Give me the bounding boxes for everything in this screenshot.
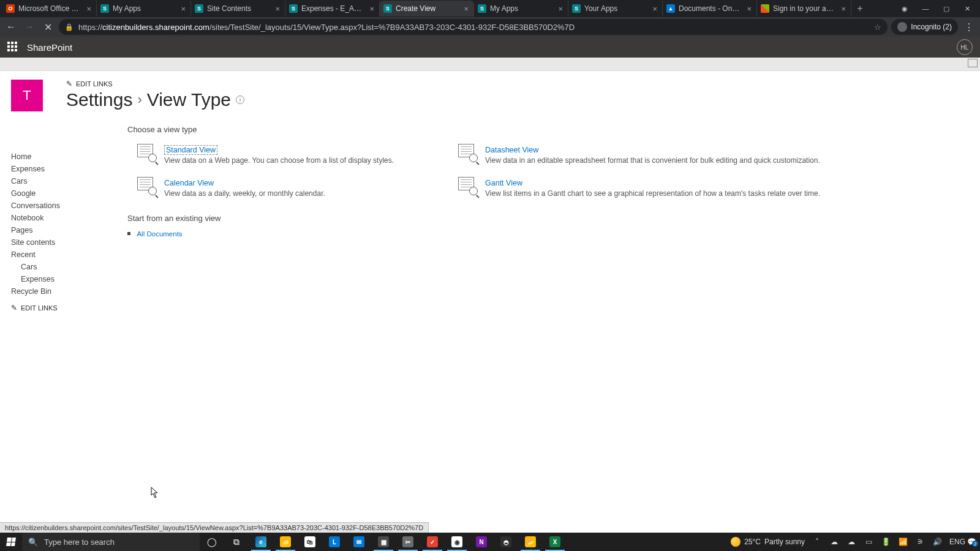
tray-action-center-icon[interactable]: 💬: [967, 538, 976, 546]
tray-meet-now-icon[interactable]: ▭: [864, 538, 873, 546]
tab-onedrive[interactable]: ▲ Documents - OneDriv ×: [663, 1, 757, 17]
store-taskbar-icon[interactable]: 🛍: [298, 533, 322, 551]
stop-reload-button[interactable]: ✕: [40, 20, 55, 34]
explorer-folder-taskbar-icon[interactable]: 📂: [518, 533, 543, 551]
bookmark-star-icon[interactable]: ☆: [874, 23, 881, 32]
calendar-view-link[interactable]: Calendar View: [164, 179, 214, 187]
tray-chevron-up-icon[interactable]: ˄: [812, 538, 822, 546]
gantt-view-link[interactable]: Gantt View: [485, 179, 522, 187]
snip-taskbar-icon[interactable]: ✂: [396, 533, 420, 551]
close-icon[interactable]: ×: [651, 4, 658, 13]
start-button[interactable]: [0, 533, 22, 551]
app-launcher-icon[interactable]: [7, 42, 18, 53]
browser-menu-button[interactable]: ⋮: [962, 21, 976, 33]
tab-site-contents[interactable]: S Site Contents ×: [191, 1, 285, 17]
edit-links-top[interactable]: ✎ EDIT LINKS: [66, 80, 969, 88]
crumb-separator: ›: [137, 92, 141, 108]
user-avatar[interactable]: HL: [957, 39, 973, 55]
chrome-taskbar-icon[interactable]: ◉: [445, 533, 469, 551]
suite-product-name[interactable]: SharePoint: [27, 42, 72, 53]
close-icon[interactable]: ×: [745, 4, 753, 13]
calculator-taskbar-icon[interactable]: ▦: [371, 533, 396, 551]
close-icon[interactable]: ×: [85, 4, 92, 13]
mail-taskbar-icon[interactable]: ✉: [347, 533, 371, 551]
tray-battery-icon[interactable]: 🔋: [881, 538, 891, 546]
page-header: ✎ EDIT LINKS Settings › View Type i: [66, 80, 969, 110]
tab-office-home[interactable]: O Microsoft Office Home ×: [2, 1, 97, 17]
tray-network-icon[interactable]: 📶: [898, 538, 908, 546]
edge-taskbar-icon[interactable]: e: [249, 533, 273, 551]
excel-taskbar-icon[interactable]: X: [543, 533, 567, 551]
tab-create-view[interactable]: S Create View ×: [380, 1, 474, 17]
gantt-view-icon: [458, 177, 478, 194]
sharepoint-favicon-icon: S: [383, 4, 392, 13]
tab-expenses[interactable]: S Expenses - E_Account ×: [285, 1, 380, 17]
tray-wifi-icon[interactable]: ⚞: [915, 538, 925, 546]
incognito-chip[interactable]: Incognito (2): [891, 19, 958, 35]
all-documents-link[interactable]: All Documents: [137, 230, 182, 238]
sharepoint-favicon-icon: S: [195, 4, 203, 13]
forward-button[interactable]: →: [22, 20, 37, 34]
tab-title: Your Apps: [584, 4, 647, 13]
pencil-icon: ✎: [66, 80, 72, 88]
tray-onedrive-work-icon[interactable]: ☁: [846, 538, 856, 546]
weather-widget[interactable]: 25°C Partly sunny: [731, 537, 805, 547]
url-field[interactable]: 🔒 https://citizenbuilders.sharepoint.com…: [59, 19, 888, 35]
focus-on-content-button[interactable]: [968, 59, 978, 67]
obs-taskbar-icon[interactable]: ◓: [494, 533, 518, 551]
weather-temp: 25°C: [744, 538, 761, 546]
close-icon[interactable]: ×: [557, 4, 564, 13]
view-standard: Standard View View data on a Web page. Y…: [137, 144, 458, 165]
taskbar-search[interactable]: 🔍 Type here to search: [22, 533, 200, 551]
existing-view-row: All Documents: [127, 228, 969, 239]
close-window-button[interactable]: ✕: [957, 1, 978, 17]
tab-my-apps-1[interactable]: S My Apps ×: [97, 1, 191, 17]
link-hover-status: https://citizenbuilders.sharepoint.com/s…: [0, 522, 429, 533]
edit-links-label: EDIT LINKS: [76, 80, 113, 88]
task-view-button[interactable]: ◯: [200, 533, 224, 551]
close-icon[interactable]: ×: [274, 4, 281, 13]
calendar-view-desc: View data as a daily, weekly, or monthly…: [164, 189, 325, 198]
close-icon[interactable]: ×: [179, 4, 187, 13]
help-info-icon[interactable]: i: [236, 96, 244, 104]
datasheet-view-desc: View data in an editable spreadsheet for…: [485, 156, 820, 165]
standard-view-link[interactable]: Standard View: [164, 145, 217, 155]
file-explorer-taskbar-icon[interactable]: 📁: [273, 533, 298, 551]
search-placeholder: Type here to search: [44, 538, 115, 547]
cortana-button[interactable]: ⧉: [224, 533, 249, 551]
sharepoint-favicon-icon: S: [478, 4, 486, 13]
tray-onedrive-icon[interactable]: ☁: [829, 538, 839, 546]
onenote-taskbar-icon[interactable]: N: [469, 533, 494, 551]
close-icon[interactable]: ×: [462, 4, 470, 13]
sharepoint-favicon-icon: S: [100, 4, 109, 13]
content-area: ✎ EDIT LINKS Settings › View Type i Choo…: [66, 80, 969, 533]
tab-strip: O Microsoft Office Home × S My Apps × S …: [0, 0, 980, 17]
app-l-taskbar-icon[interactable]: L: [322, 533, 347, 551]
onedrive-favicon-icon: ▲: [666, 4, 675, 13]
system-tray: 25°C Partly sunny ˄ ☁ ☁ ▭ 🔋 📶 ⚞ 🔊 ENG 💬: [731, 537, 980, 547]
minimize-button[interactable]: ―: [915, 1, 936, 17]
tab-my-apps-2[interactable]: S My Apps ×: [474, 1, 568, 17]
breadcrumb: Settings › View Type i: [66, 89, 969, 110]
site-logo[interactable]: T: [11, 80, 43, 111]
close-icon[interactable]: ×: [368, 4, 375, 13]
todoist-taskbar-icon[interactable]: ✓: [420, 533, 445, 551]
crumb-settings[interactable]: Settings: [66, 89, 132, 110]
datasheet-view-link[interactable]: Datasheet View: [485, 146, 538, 154]
standard-view-desc: View data on a Web page. You can choose …: [164, 156, 394, 165]
gantt-view-desc: View list items in a Gantt chart to see …: [485, 189, 820, 198]
tab-your-apps[interactable]: S Your Apps ×: [568, 1, 663, 17]
back-button[interactable]: ←: [4, 20, 18, 34]
maximize-button[interactable]: ▢: [936, 1, 957, 17]
page-body: T Home Expenses Cars Google Conversation…: [0, 71, 980, 533]
tab-title: Sign in to your accoun: [773, 4, 836, 13]
close-icon[interactable]: ×: [840, 4, 847, 13]
tab-signin[interactable]: Sign in to your accoun ×: [757, 1, 851, 17]
choose-view-type-heading: Choose a view type: [127, 125, 969, 134]
chrome-account-icon[interactable]: ◉: [894, 1, 915, 17]
tray-language[interactable]: ENG: [949, 538, 959, 546]
bullet-icon: [127, 232, 130, 235]
sharepoint-favicon-icon: S: [289, 4, 298, 13]
tray-volume-icon[interactable]: 🔊: [932, 538, 942, 546]
new-tab-button[interactable]: +: [851, 3, 869, 14]
